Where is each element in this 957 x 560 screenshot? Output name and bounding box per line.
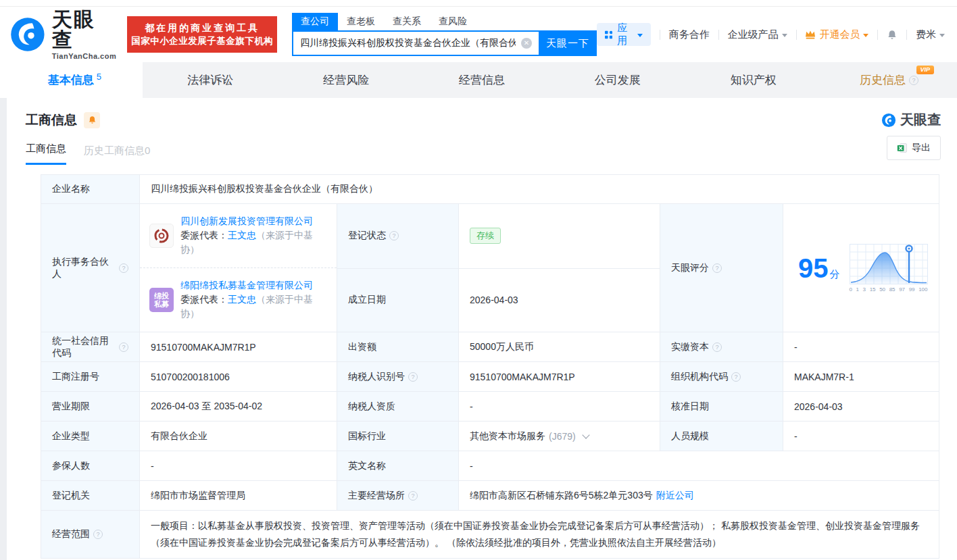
- tab-legal-proceedings[interactable]: 法律诉讼: [143, 62, 278, 98]
- tab-label: 历史信息: [860, 72, 906, 88]
- help-icon[interactable]: [731, 372, 741, 382]
- tab-label: 法律诉讼: [187, 72, 233, 88]
- subtab-bar: 工商信息 历史工商信息0: [7, 129, 957, 165]
- vip-label: 开通会员: [819, 28, 860, 41]
- help-icon[interactable]: [712, 342, 722, 352]
- search-tabs: 查公司 查老板 查关系 查风险: [292, 13, 597, 30]
- top-nav: 应用 商务合作 企业级产品 开通会员 费米: [597, 23, 957, 46]
- search-tab-relation[interactable]: 查关系: [384, 13, 430, 30]
- table-row: 登记机关 绵阳市市场监督管理局 主要经营场所 绵阳市高新区石桥铺东路6号5栋2单…: [41, 480, 939, 510]
- business-info-table: 企业名称 四川绵投振兴科创股权投资基金合伙企业（有限合伙） 执行事务合伙人: [41, 174, 939, 559]
- nav-divider: [718, 30, 719, 40]
- chevron-down-icon[interactable]: [582, 431, 589, 438]
- export-button[interactable]: 导出: [887, 136, 941, 160]
- tab-label: 公司发展: [595, 72, 641, 88]
- primary-tab-bar: 基本信息 5 法律诉讼 经营风险 经营信息 公司发展 知识产权 VIP 历史信息: [7, 62, 957, 98]
- help-icon[interactable]: [93, 530, 103, 539]
- logo-domain: TianYanCha.com: [52, 53, 117, 60]
- help-icon[interactable]: [389, 231, 399, 240]
- nav-open-vip[interactable]: 开通会员: [805, 28, 868, 41]
- partner-item: 四川创新发展投资管理有限公司 委派代表：王文忠（来源于中基协）: [140, 204, 337, 268]
- table-row: 企业名称 四川绵投振兴科创股权投资基金合伙企业（有限合伙）: [41, 175, 939, 203]
- caret-down-icon: [863, 34, 868, 37]
- tab-basic-info[interactable]: 基本信息 5: [7, 62, 143, 98]
- subscribe-bell-button[interactable]: [84, 112, 100, 128]
- subtab-business-info[interactable]: 工商信息: [26, 143, 66, 165]
- representative-link[interactable]: 王文忠: [228, 294, 256, 305]
- help-icon[interactable]: [119, 342, 128, 352]
- search-input[interactable]: [292, 30, 539, 56]
- tianyancha-logo-icon: [881, 113, 896, 128]
- field-label: 登记状态: [348, 230, 386, 242]
- section-title: 工商信息: [26, 111, 77, 129]
- caret-down-icon: [637, 34, 643, 37]
- field-label: 营业期限: [52, 401, 90, 413]
- vip-badge: VIP: [916, 66, 935, 74]
- field-label: 企业名称: [52, 183, 90, 195]
- score-distribution-chart: 01 315 5085 9799 100: [850, 244, 928, 292]
- help-icon[interactable]: [408, 491, 418, 501]
- clear-icon[interactable]: ✕: [521, 38, 532, 49]
- field-label: 经营范围: [52, 528, 90, 540]
- badge-line: 绵投: [154, 292, 169, 300]
- business-info-card: 工商信息 天眼查 工商信息 历史工商信息0: [7, 98, 957, 560]
- nav-enterprise-products[interactable]: 企业级产品: [728, 28, 787, 41]
- field-value: 91510700MAKAJM7R1P: [470, 372, 575, 382]
- excel-icon: [897, 143, 908, 153]
- help-icon[interactable]: [712, 263, 722, 273]
- search-tab-company[interactable]: 查公司: [292, 13, 338, 30]
- promo-banner: 都在用的商业查询工具 国家中小企业发展子基金旗下机构: [127, 16, 277, 53]
- company-emblem-icon: [153, 227, 170, 245]
- field-label: 登记机关: [52, 490, 90, 502]
- business-scope-value: 一般项目：以私募基金从事股权投资、投资管理、资产管理等活动（须在中国证券投资基金…: [151, 517, 929, 551]
- user-menu[interactable]: 费米: [916, 28, 945, 41]
- nearby-companies-link[interactable]: 附近公司: [656, 490, 694, 502]
- representative-link[interactable]: 王文忠: [228, 230, 256, 240]
- apps-menu[interactable]: 应用: [597, 23, 651, 46]
- chart-axis-ticks: 01 315 5085 9799 100: [850, 286, 928, 292]
- field-value: 绵阳市市场监督管理局: [151, 490, 245, 502]
- field-label: 企业类型: [52, 430, 90, 442]
- help-icon[interactable]: [909, 76, 918, 85]
- badge-line: 私募: [154, 300, 169, 308]
- field-label: 纳税人资质: [348, 401, 395, 413]
- subtab-history-business-info[interactable]: 历史工商信息0: [84, 145, 150, 165]
- table-row: 统一社会信用代码 91510700MAKAJM7R1P 出资额 50000万人民…: [41, 332, 939, 361]
- banner-line1: 都在用的商业查询工具: [145, 21, 260, 34]
- help-icon[interactable]: [408, 372, 418, 382]
- tianyancha-logo[interactable]: 天眼查 TianYanCha.com: [9, 9, 116, 60]
- field-label: 出资额: [348, 341, 376, 353]
- watermark-label: 天眼查: [900, 111, 941, 129]
- field-label: 核准日期: [671, 401, 709, 413]
- table-row: 营业期限 2026-04-03 至 2035-04-02 纳税人资质 - 核准日…: [41, 391, 939, 421]
- search-tab-boss[interactable]: 查老板: [338, 13, 384, 30]
- tab-label: 经营风险: [323, 72, 369, 88]
- logo-title: 天眼查: [52, 9, 117, 50]
- field-value: 2026-04-03: [794, 401, 843, 412]
- search-tab-risk[interactable]: 查风险: [430, 13, 476, 30]
- tab-operation-risk[interactable]: 经营风险: [278, 62, 414, 98]
- search-button[interactable]: 天眼一下: [539, 30, 597, 56]
- partner-company-link[interactable]: 绵阳绵投私募基金管理有限公司: [180, 278, 330, 292]
- notification-bell-icon[interactable]: [887, 28, 898, 41]
- nav-business-coop[interactable]: 商务合作: [669, 28, 710, 41]
- bell-icon: [88, 116, 97, 124]
- caret-down-icon: [782, 34, 787, 37]
- field-label: 统一社会信用代码: [52, 335, 116, 359]
- partner-company-link[interactable]: 四川创新发展投资管理有限公司: [180, 214, 330, 228]
- field-label: 执行事务合伙人: [52, 256, 116, 280]
- username: 费米: [916, 28, 936, 41]
- partner-badge: 绵投 私募: [149, 288, 174, 312]
- tab-operation-info[interactable]: 经营信息: [414, 62, 550, 98]
- field-value: -: [470, 461, 473, 472]
- tab-history-info[interactable]: VIP 历史信息: [821, 62, 957, 98]
- tab-company-development[interactable]: 公司发展: [549, 62, 685, 98]
- tab-intellectual-property[interactable]: 知识产权: [685, 62, 821, 98]
- field-value: 91510700MAKAJM7R1P: [151, 342, 256, 353]
- field-value: -: [794, 431, 798, 442]
- rep-prefix: 委派代表：: [180, 294, 228, 305]
- help-icon[interactable]: [119, 263, 128, 273]
- field-label: 参保人数: [52, 460, 90, 472]
- tab-label: 知识产权: [731, 72, 777, 88]
- table-row: 执行事务合伙人 四川创新发展投资管理有限公司 委派代表：: [41, 203, 939, 332]
